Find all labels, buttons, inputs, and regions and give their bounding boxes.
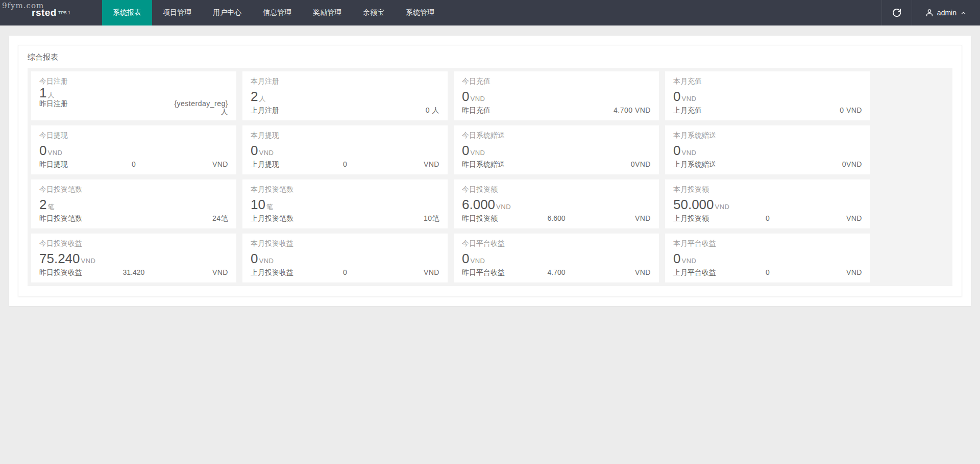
stat-card-footer: 昨日注册 {yesterday_reg} 人 (39, 99, 228, 117)
stat-card-footer: 昨日投资笔数 24笔 (39, 214, 228, 223)
nav-item-system-management[interactable]: 系统管理 (395, 0, 445, 25)
stat-card-footer-right-value: {yesterday_reg} 人 (165, 99, 228, 117)
stat-card-number: 0 (251, 143, 258, 158)
report-panel: 综合报表 今日注册 1人 昨日注册 {yesterday_reg} 人 本月注册… (18, 45, 962, 296)
stat-card-value: 0VND (462, 90, 651, 103)
stat-card-number: 2 (39, 197, 46, 212)
stat-card-footer: 上月平台收益 0 VND (673, 268, 862, 277)
stat-card-footer: 上月注册 0 人 (251, 106, 439, 115)
nav-item-label: 项目管理 (163, 8, 191, 17)
stat-card-footer-mid-value: 4.700 (525, 268, 587, 277)
stat-card-footer-label: 昨日充值 (462, 106, 525, 115)
stat-card-footer-right-value: VND (799, 268, 862, 277)
stat-card-footer-mid-value (102, 99, 165, 117)
stat-card: 今日平台收益 0VND 昨日平台收益 4.700 VND (454, 234, 659, 282)
nav-item-user-center[interactable]: 用户中心 (202, 0, 252, 25)
stat-card-title: 今日充值 (462, 77, 651, 86)
stat-card-value: 0VND (251, 144, 439, 157)
stat-card-footer-mid-value (313, 106, 376, 115)
stat-card-footer: 上月系统赠送 0VND (673, 160, 862, 169)
stat-card-value: 10笔 (251, 198, 439, 211)
stat-card: 本月充值 0VND 上月充值 0 VND (665, 71, 870, 120)
stat-card-title: 今日平台收益 (462, 239, 651, 248)
stat-card-footer-label: 上月系统赠送 (673, 160, 736, 169)
stat-card-footer-mid-value (736, 160, 799, 169)
stat-card-footer: 昨日投资收益 31.420 VND (39, 268, 228, 277)
nav-item-label: 系统报表 (113, 8, 141, 17)
nav-item-info-management[interactable]: 信息管理 (252, 0, 302, 25)
stat-card: 今日充值 0VND 昨日充值 4.700 VND (454, 71, 659, 120)
nav-item-yuebao[interactable]: 余额宝 (352, 0, 395, 25)
top-navbar: 9fym.com rsted TP5.1 系统报表 项目管理 用户中心 信息管理… (0, 0, 980, 25)
nav-item-reward-management[interactable]: 奖励管理 (302, 0, 352, 25)
stat-card-title: 今日投资收益 (39, 239, 228, 248)
stat-card-number: 6.000 (462, 197, 495, 212)
stat-card-unit: 笔 (266, 203, 274, 211)
stat-card-footer-mid-value (525, 160, 587, 169)
stat-card-unit: VND (81, 257, 96, 265)
stat-card-footer-label: 上月投资额 (673, 214, 736, 223)
stat-card-unit: VND (681, 149, 696, 157)
nav-item-label: 用户中心 (213, 8, 241, 17)
stat-card-footer-label: 上月提现 (251, 160, 313, 169)
stat-card: 今日投资笔数 2笔 昨日投资笔数 24笔 (31, 179, 236, 228)
stat-card-footer-right-value: 10笔 (377, 214, 439, 223)
stat-card-unit: 人 (47, 91, 55, 99)
stat-card-number: 0 (462, 89, 469, 104)
stat-card: 本月投资收益 0VND 上月投资收益 0 VND (242, 234, 448, 282)
stat-card-footer-right-value: VND (588, 268, 651, 277)
nav-item-project-management[interactable]: 项目管理 (152, 0, 202, 25)
stat-card-footer-label: 上月注册 (251, 106, 313, 115)
refresh-button[interactable] (881, 0, 912, 25)
stat-card-title: 本月投资额 (673, 185, 862, 194)
stat-card-number: 0 (462, 143, 469, 158)
page-panel: 综合报表 今日注册 1人 昨日注册 {yesterday_reg} 人 本月注册… (9, 36, 971, 306)
stat-card-value: 0VND (673, 144, 862, 157)
stat-card-footer-right-value: VND (165, 268, 228, 277)
stat-card-footer: 昨日充值 4.700 VND (462, 106, 651, 115)
stat-card-footer-mid-value (736, 106, 799, 115)
stat-card-title: 今日提现 (39, 131, 228, 140)
stat-card-footer: 昨日提现 0 VND (39, 160, 228, 169)
stat-card-value: 0VND (462, 144, 651, 157)
stat-card-footer-right-value: 0VND (799, 160, 862, 169)
stat-card-footer-label: 昨日投资额 (462, 214, 525, 223)
stat-card-value: 2笔 (39, 198, 228, 211)
user-icon (925, 9, 934, 17)
stat-card-title: 本月平台收益 (673, 239, 862, 248)
stat-card-footer: 上月投资笔数 10笔 (251, 214, 439, 223)
stat-card-title: 本月注册 (251, 77, 439, 86)
stat-card-footer: 上月投资收益 0 VND (251, 268, 439, 277)
stat-card-unit: VND (259, 257, 274, 265)
stat-card-footer-right-value: VND (588, 214, 651, 223)
stat-card-number: 1 (39, 85, 46, 100)
stat-card-value: 6.000VND (462, 198, 651, 211)
refresh-icon (892, 8, 901, 17)
stat-card-unit: VND (681, 95, 696, 102)
cards-grid: 今日注册 1人 昨日注册 {yesterday_reg} 人 本月注册 2人 上… (31, 71, 949, 282)
stat-card-title: 本月投资笔数 (251, 185, 439, 194)
stat-card-unit: 人 (259, 95, 266, 102)
stat-card-footer-right-value: 0 VND (799, 106, 862, 115)
nav-item-system-report[interactable]: 系统报表 (102, 0, 152, 25)
stat-card: 今日注册 1人 昨日注册 {yesterday_reg} 人 (31, 71, 236, 120)
stat-card-unit: VND (496, 203, 511, 211)
stat-card-footer-label: 上月投资收益 (251, 268, 313, 277)
stat-card-value: 0VND (39, 144, 228, 157)
user-menu[interactable]: admin (912, 0, 980, 25)
stat-card-number: 0 (39, 143, 46, 158)
stat-card-footer: 昨日平台收益 4.700 VND (462, 268, 651, 277)
stat-card-unit: VND (470, 257, 485, 265)
stat-card-footer: 昨日投资额 6.600 VND (462, 214, 651, 223)
stat-card-footer-right-value: 0VND (588, 160, 651, 169)
stat-card-number: 0 (673, 89, 680, 104)
stat-card-unit: VND (470, 95, 485, 102)
stat-card-footer-right-value: VND (165, 160, 228, 169)
stat-card: 本月平台收益 0VND 上月平台收益 0 VND (665, 234, 870, 282)
stat-card-title: 本月投资收益 (251, 239, 439, 248)
stat-card: 本月投资额 50.000VND 上月投资额 0 VND (665, 179, 870, 228)
stat-card-value: 0VND (673, 252, 862, 265)
logo-version: TP5.1 (58, 10, 70, 15)
stat-card-value: 2人 (251, 90, 439, 103)
stat-card-title: 今日投资笔数 (39, 185, 228, 194)
